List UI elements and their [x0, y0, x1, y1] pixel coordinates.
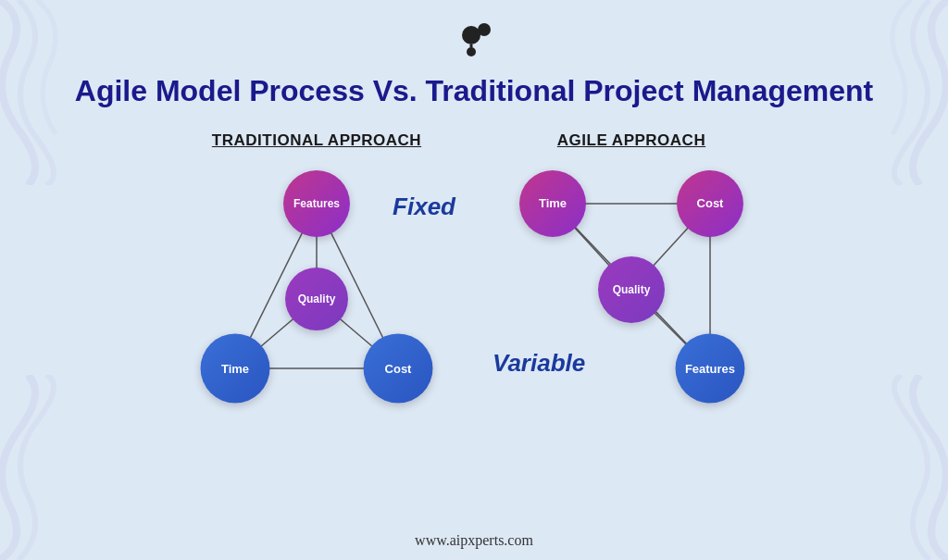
trad-time-node: Time	[201, 334, 270, 404]
trad-quality-node: Quality	[285, 268, 348, 330]
fixed-label: Fixed	[393, 193, 455, 221]
agile-heading: AGILE APPROACH	[557, 131, 705, 150]
brand-logo-icon	[451, 17, 497, 63]
logo-area	[451, 17, 497, 67]
traditional-diagram: Fixed Features Quality Time Cost	[187, 165, 446, 396]
agile-features-node: Features	[676, 334, 745, 404]
diagrams-row: TRADITIONAL APPROACH Fixed	[37, 131, 911, 525]
agile-section: AGILE APPROACH Variable	[502, 131, 761, 396]
traditional-heading: TRADITIONAL APPROACH	[212, 131, 421, 150]
agile-quality-node: Quality	[598, 256, 665, 323]
trad-cost-node: Cost	[364, 334, 433, 404]
main-title: Agile Model Process Vs. Traditional Proj…	[75, 72, 873, 109]
variable-label: Variable	[493, 349, 585, 378]
page-content: Agile Model Process Vs. Traditional Proj…	[0, 0, 948, 560]
svg-point-0	[462, 26, 480, 44]
trad-features-node: Features	[283, 170, 350, 237]
traditional-section: TRADITIONAL APPROACH Fixed	[187, 131, 446, 396]
svg-point-1	[478, 23, 491, 36]
agile-time-node: Time	[519, 170, 586, 237]
svg-point-2	[467, 47, 476, 56]
agile-cost-node: Cost	[677, 170, 743, 237]
agile-diagram: Variable Time Cost Quality Features	[502, 165, 761, 396]
footer-url: www.aipxperts.com	[415, 532, 533, 549]
